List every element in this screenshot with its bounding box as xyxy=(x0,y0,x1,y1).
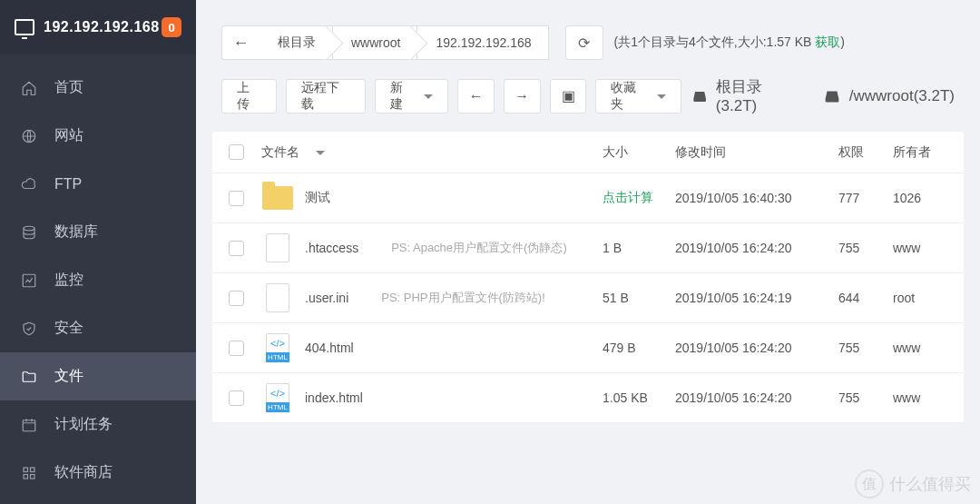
file-owner: www xyxy=(893,390,947,405)
sidebar-item-site[interactable]: 网站 xyxy=(0,112,196,160)
html-file-icon xyxy=(266,383,289,412)
remote-download-button[interactable]: 远程下载 xyxy=(286,79,366,114)
file-perm: 755 xyxy=(838,390,893,405)
file-mtime: 2019/10/05 16:24:20 xyxy=(675,241,838,255)
file-mtime: 2019/10/05 16:40:30 xyxy=(675,191,838,205)
path-summary: (共1个目录与4个文件,大小:1.57 KB 获取) xyxy=(614,35,845,51)
sidebar-item-files[interactable]: 文件 xyxy=(0,352,196,400)
sidebar-item-db[interactable]: 数据库 xyxy=(0,208,196,256)
breadcrumb-back-button[interactable]: ← xyxy=(221,25,260,60)
file-owner: root xyxy=(893,291,947,305)
row-checkbox[interactable] xyxy=(229,390,244,406)
svg-rect-7 xyxy=(31,474,35,479)
sidebar-item-label: 安全 xyxy=(54,319,83,338)
toolbar: 上传 远程下载 新建 ← → ▣ 收藏夹 根目录(3.2T)/wwwroot(3… xyxy=(196,60,980,132)
sidebar-item-store[interactable]: 软件商店 xyxy=(0,449,196,497)
sidebar-item-label: 文件 xyxy=(54,367,83,386)
nav-forward-button[interactable]: → xyxy=(504,79,541,114)
table-row[interactable]: index.html 1.05 KB 2019/10/05 16:24:20 7… xyxy=(212,373,964,423)
table-header: 文件名 大小 修改时间 权限 所有者 xyxy=(212,132,964,173)
monitor-icon xyxy=(15,19,34,35)
sidebar-item-monitor[interactable]: 监控 xyxy=(0,256,196,304)
breadcrumb-segment[interactable]: wwwroot xyxy=(333,25,417,60)
col-size-header[interactable]: 大小 xyxy=(603,144,675,161)
file-perm: 777 xyxy=(838,191,893,205)
globe-icon xyxy=(20,127,38,145)
sidebar: 192.192.192.168 0 首页网站FTP数据库监控安全文件计划任务软件… xyxy=(0,0,196,504)
new-button[interactable]: 新建 xyxy=(375,79,448,114)
folder-icon xyxy=(262,186,293,210)
sidebar-header: 192.192.192.168 0 xyxy=(0,0,196,54)
table-row[interactable]: .user.iniPS: PHP用户配置文件(防跨站)! 51 B 2019/1… xyxy=(212,273,964,323)
notification-badge[interactable]: 0 xyxy=(162,17,181,37)
row-checkbox[interactable] xyxy=(229,341,244,356)
sidebar-item-label: 软件商店 xyxy=(54,463,113,482)
select-all-checkbox[interactable] xyxy=(229,144,244,160)
row-checkbox[interactable] xyxy=(229,191,244,206)
row-checkbox[interactable] xyxy=(229,291,244,306)
breadcrumb: ← 根目录wwwroot192.192.192.168 xyxy=(221,25,549,60)
chevron-down-icon xyxy=(420,89,433,104)
table-row[interactable]: .htaccessPS: Apache用户配置文件(伪静态) 1 B 2019/… xyxy=(212,223,964,273)
grid-icon xyxy=(20,464,38,482)
col-perm-header[interactable]: 权限 xyxy=(838,144,893,161)
sort-caret-icon xyxy=(310,145,325,160)
sidebar-item-ftp[interactable]: FTP xyxy=(0,160,196,208)
terminal-button[interactable]: ▣ xyxy=(550,79,587,114)
file-ps: PS: Apache用户配置文件(伪静态) xyxy=(391,240,567,256)
file-name[interactable]: .htaccess xyxy=(305,241,358,255)
disk-icon xyxy=(822,86,842,106)
col-name-header[interactable]: 文件名 xyxy=(261,144,603,161)
file-ps: PS: PHP用户配置文件(防跨站)! xyxy=(381,290,545,306)
col-owner-header[interactable]: 所有者 xyxy=(893,144,947,161)
favorites-button[interactable]: 收藏夹 xyxy=(595,79,681,114)
disk-icon xyxy=(691,86,709,106)
file-owner: www xyxy=(893,341,947,355)
watermark: 值 什么值得买 xyxy=(855,469,971,499)
file-size: 51 B xyxy=(603,291,629,305)
file-perm: 755 xyxy=(838,241,893,255)
sidebar-item-label: 首页 xyxy=(54,78,83,97)
watermark-icon: 值 xyxy=(855,469,884,499)
table-row[interactable]: 404.html 479 B 2019/10/05 16:24:20 755 w… xyxy=(212,323,964,373)
upload-button[interactable]: 上传 xyxy=(221,79,277,114)
col-mtime-header[interactable]: 修改时间 xyxy=(675,144,838,161)
sidebar-item-cron[interactable]: 计划任务 xyxy=(0,400,196,449)
chevron-down-icon xyxy=(653,89,666,104)
sidebar-item-label: 网站 xyxy=(54,126,83,145)
svg-point-1 xyxy=(24,226,34,231)
home-icon xyxy=(20,79,38,97)
file-perm: 644 xyxy=(838,291,893,305)
sidebar-item-label: 数据库 xyxy=(54,222,98,242)
breadcrumb-segment[interactable]: 根目录 xyxy=(260,25,333,60)
row-checkbox[interactable] xyxy=(229,241,244,256)
sidebar-item-home[interactable]: 首页 xyxy=(0,64,196,112)
chart-icon xyxy=(20,272,38,290)
disk-item[interactable]: /wwwroot(3.2T) xyxy=(822,76,955,115)
database-icon xyxy=(20,223,38,242)
table-row[interactable]: 测试 点击计算 2019/10/05 16:40:30 777 1026 xyxy=(212,173,964,223)
file-name[interactable]: index.html xyxy=(305,390,363,405)
sidebar-item-security[interactable]: 安全 xyxy=(0,304,196,352)
svg-point-8 xyxy=(702,99,704,101)
breadcrumb-segment[interactable]: 192.192.192.168 xyxy=(417,25,548,60)
arrow-left-icon: ← xyxy=(233,34,250,53)
file-size[interactable]: 点击计算 xyxy=(603,190,653,204)
nav-back-button[interactable]: ← xyxy=(457,79,495,114)
file-name[interactable]: 测试 xyxy=(305,190,330,206)
terminal-icon: ▣ xyxy=(562,87,575,104)
summary-get-link[interactable]: 获取 xyxy=(815,35,840,49)
file-name[interactable]: .user.ini xyxy=(305,291,348,305)
svg-rect-4 xyxy=(24,468,28,472)
svg-point-9 xyxy=(835,99,837,101)
file-name[interactable]: 404.html xyxy=(305,341,354,355)
svg-rect-5 xyxy=(31,468,35,472)
html-file-icon xyxy=(266,333,289,362)
svg-rect-3 xyxy=(23,420,35,430)
disk-item[interactable]: 根目录(3.2T) xyxy=(691,76,797,115)
summary-close: ) xyxy=(840,35,845,49)
svg-rect-6 xyxy=(24,474,28,479)
sidebar-item-label: 监控 xyxy=(54,271,83,290)
arrow-right-icon: → xyxy=(514,88,529,104)
breadcrumb-refresh-button[interactable]: ⟳ xyxy=(565,25,603,60)
